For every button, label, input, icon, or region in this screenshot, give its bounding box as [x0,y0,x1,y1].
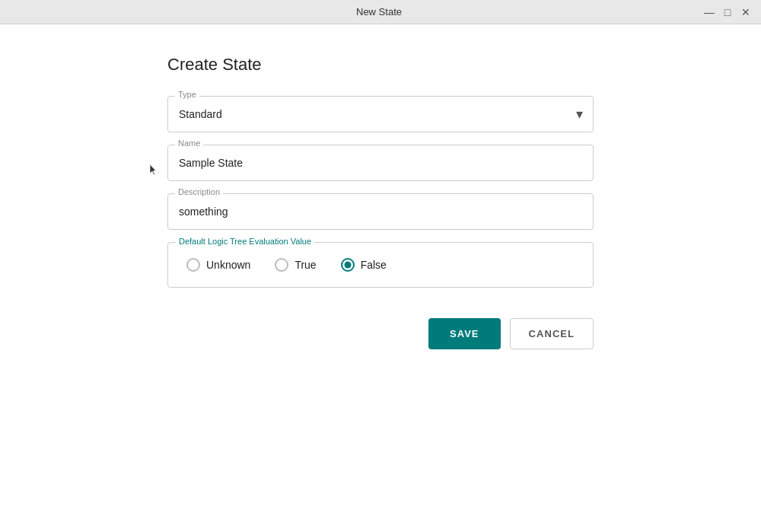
buttons-row: SAVE CANCEL [167,318,594,349]
radio-option-true[interactable]: True [275,258,316,272]
description-label: Description [175,187,223,196]
radio-option-unknown[interactable]: Unknown [186,258,250,272]
minimize-button[interactable]: — [703,6,715,18]
create-state-form: Type Standard Custom Advanced ▾ Name Des… [167,96,594,349]
radio-option-false[interactable]: False [341,258,387,272]
title-bar: New State — □ ✕ [0,0,761,24]
radio-unknown-label: Unknown [206,259,250,271]
name-label: Name [175,139,203,148]
radio-false-label: False [361,259,387,271]
window-title: New State [55,6,703,18]
radio-true-label: True [295,259,316,271]
description-input[interactable] [167,193,594,230]
radio-false[interactable] [341,258,355,272]
cancel-button[interactable]: CANCEL [510,318,594,349]
radio-options: Unknown True False [186,258,575,272]
radio-group-legend: Default Logic Tree Evaluation Value [176,237,314,246]
description-field-group: Description [167,193,594,230]
type-label: Type [175,90,199,99]
page-title: Create State [167,55,731,75]
window-controls: — □ ✕ [703,6,752,18]
radio-unknown[interactable] [186,258,200,272]
name-field-group: Name [167,145,594,181]
content-area: Create State Type Standard Custom Advanc… [0,24,761,532]
save-button[interactable]: SAVE [428,318,501,349]
maximize-button[interactable]: □ [721,6,734,18]
name-input[interactable] [167,145,594,181]
type-select[interactable]: Standard Custom Advanced [167,96,594,132]
radio-group-container: Default Logic Tree Evaluation Value Unkn… [167,242,594,288]
cursor-icon [148,163,159,177]
radio-true[interactable] [275,258,288,272]
type-field-group: Type Standard Custom Advanced ▾ [167,96,594,132]
close-button[interactable]: ✕ [740,6,752,18]
